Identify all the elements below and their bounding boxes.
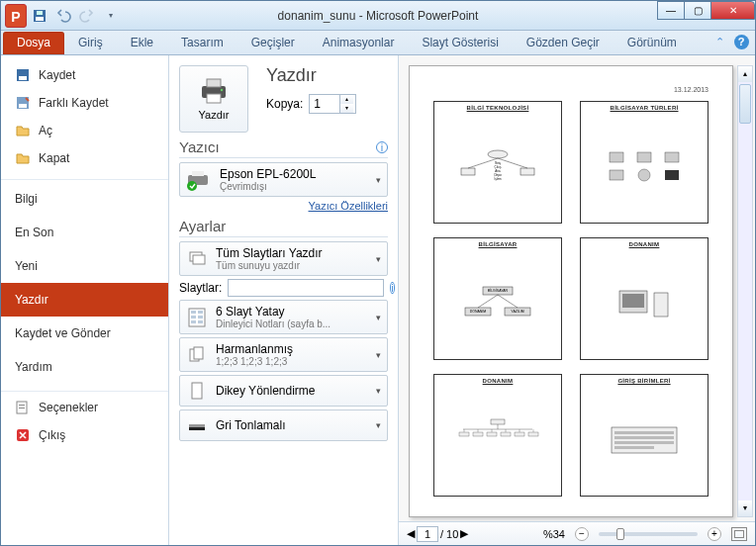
collate-icon bbox=[186, 344, 208, 366]
tab-review[interactable]: Gözden Geçir bbox=[513, 32, 614, 54]
scroll-down-icon[interactable]: ▾ bbox=[738, 500, 752, 516]
prev-page-button[interactable]: ◀ bbox=[407, 527, 415, 540]
nav-save-send[interactable]: Kaydet ve Gönder bbox=[1, 317, 168, 350]
printer-dropdown[interactable]: Epson EPL-6200LÇevrimdışı ▾ bbox=[179, 162, 388, 197]
vertical-scrollbar[interactable]: ▴ ▾ bbox=[737, 65, 753, 517]
nav-exit[interactable]: Çıkış bbox=[1, 421, 168, 449]
tab-design[interactable]: Tasarım bbox=[167, 32, 237, 54]
nav-close[interactable]: Kapat bbox=[1, 144, 168, 172]
svg-rect-26 bbox=[198, 320, 203, 323]
qat-customize-icon[interactable]: ▾ bbox=[100, 5, 122, 27]
nav-save-as[interactable]: Farklı Kaydet bbox=[1, 89, 168, 117]
tab-home[interactable]: Giriş bbox=[64, 32, 117, 54]
scroll-thumb[interactable] bbox=[739, 84, 751, 124]
svg-rect-68 bbox=[528, 432, 538, 436]
nav-print[interactable]: Yazdır bbox=[1, 283, 168, 317]
svg-rect-63 bbox=[459, 432, 469, 436]
backstage-nav: Kaydet Farklı Kaydet Aç Kapat Bilgi En S… bbox=[1, 55, 169, 545]
nav-help[interactable]: Yardım bbox=[1, 350, 168, 384]
zoom-slider[interactable] bbox=[599, 532, 698, 536]
copies-input[interactable] bbox=[310, 97, 339, 111]
chevron-down-icon: ▾ bbox=[376, 175, 381, 185]
page-number-input[interactable] bbox=[417, 526, 438, 542]
orientation-dropdown[interactable]: Dikey Yönlendirme ▾ bbox=[179, 375, 388, 407]
spin-down[interactable]: ▾ bbox=[340, 104, 353, 113]
svg-rect-19 bbox=[193, 255, 205, 264]
tab-insert[interactable]: Ekle bbox=[117, 32, 167, 54]
svg-rect-59 bbox=[654, 293, 668, 317]
print-preview-panel: 13.12.2013 BİLGİ TEKNOLOJİSİ GirişÇıkışA… bbox=[399, 55, 755, 545]
svg-rect-4 bbox=[19, 76, 27, 80]
color-dropdown[interactable]: Gri Tonlamalı ▾ bbox=[179, 410, 388, 441]
svg-rect-66 bbox=[501, 432, 511, 436]
undo-icon[interactable] bbox=[52, 5, 74, 27]
print-range-dropdown[interactable]: Tüm Slaytları YazdırTüm sunuyu yazdır ▾ bbox=[179, 241, 388, 276]
thumb-4: DONANIM bbox=[580, 237, 709, 360]
title-bar: P ▾ donanim_sunu - Microsoft PowerPoint … bbox=[1, 1, 755, 31]
svg-line-55 bbox=[478, 295, 498, 308]
tab-slideshow[interactable]: Slayt Gösterisi bbox=[408, 32, 512, 54]
thumb-1: BİLGİ TEKNOLOJİSİ GirişÇıkışAnaDepoİşlem bbox=[433, 101, 562, 224]
slides-input[interactable] bbox=[228, 279, 384, 297]
preview-page: 13.12.2013 BİLGİ TEKNOLOJİSİ GirişÇıkışA… bbox=[409, 65, 733, 517]
thumb-6: GİRİŞ BİRİMLERİ bbox=[580, 374, 709, 497]
quick-access-toolbar: P ▾ bbox=[1, 5, 122, 27]
minimize-button[interactable]: — bbox=[657, 1, 685, 20]
zoom-slider-thumb[interactable] bbox=[616, 528, 624, 540]
scroll-up-icon[interactable]: ▴ bbox=[738, 66, 752, 82]
window-controls: — ▢ ✕ bbox=[658, 1, 755, 20]
info-icon[interactable]: i bbox=[390, 282, 394, 294]
copies-spinner[interactable]: ▴▾ bbox=[309, 94, 356, 114]
svg-rect-2 bbox=[37, 11, 43, 15]
redo-icon[interactable] bbox=[76, 5, 98, 27]
save-icon[interactable] bbox=[29, 5, 50, 27]
save-as-icon bbox=[15, 95, 31, 111]
next-page-button[interactable]: ▶ bbox=[460, 527, 468, 540]
fit-to-window-button[interactable] bbox=[731, 527, 747, 541]
svg-rect-8 bbox=[19, 405, 25, 406]
close-file-icon bbox=[15, 150, 31, 166]
svg-rect-32 bbox=[189, 424, 205, 427]
tab-transitions[interactable]: Geçişler bbox=[237, 32, 309, 54]
info-icon[interactable]: i bbox=[376, 141, 388, 153]
thumb-2: BİLGİSAYAR TÜRLERİ bbox=[580, 101, 709, 224]
nav-save[interactable]: Kaydet bbox=[1, 61, 168, 89]
svg-rect-12 bbox=[207, 79, 221, 87]
svg-rect-29 bbox=[192, 383, 202, 399]
minimize-ribbon-icon[interactable]: ⌃ bbox=[711, 34, 727, 49]
maximize-button[interactable]: ▢ bbox=[684, 1, 711, 20]
nav-info[interactable]: Bilgi bbox=[1, 182, 168, 216]
settings-section-heading: Ayarlar bbox=[179, 218, 388, 237]
zoom-label: %34 bbox=[543, 528, 565, 540]
nav-new[interactable]: Yeni bbox=[1, 249, 168, 283]
page-total: / 10 bbox=[440, 528, 458, 540]
tab-file[interactable]: Dosya bbox=[3, 32, 64, 54]
svg-line-56 bbox=[498, 295, 518, 308]
help-icon[interactable]: ? bbox=[733, 34, 749, 49]
thumb-5: DONANIM bbox=[433, 374, 562, 497]
spin-up[interactable]: ▴ bbox=[340, 95, 353, 104]
window-title: donanim_sunu - Microsoft PowerPoint bbox=[278, 9, 479, 23]
tab-animations[interactable]: Animasyonlar bbox=[309, 32, 409, 54]
svg-rect-16 bbox=[192, 171, 204, 176]
svg-point-33 bbox=[488, 150, 508, 158]
print-button[interactable]: Yazdır bbox=[179, 65, 248, 133]
svg-rect-77 bbox=[614, 436, 674, 439]
ribbon-tabs: Dosya Giriş Ekle Tasarım Geçişler Animas… bbox=[1, 31, 755, 55]
close-button[interactable]: ✕ bbox=[710, 1, 755, 20]
preview-thumbnails: BİLGİ TEKNOLOJİSİ GirişÇıkışAnaDepoİşlem… bbox=[433, 101, 709, 497]
nav-options[interactable]: Seçenekler bbox=[1, 394, 168, 421]
collate-dropdown[interactable]: Harmanlanmış1;2;3 1;2;3 1;2;3 ▾ bbox=[179, 337, 388, 372]
zoom-out-button[interactable]: − bbox=[575, 527, 589, 541]
printer-icon bbox=[198, 77, 230, 105]
printer-section-heading: Yazıcıi bbox=[179, 138, 388, 158]
zoom-in-button[interactable]: + bbox=[708, 527, 721, 541]
tab-view[interactable]: Görünüm bbox=[614, 32, 691, 54]
nav-recent[interactable]: En Son bbox=[1, 216, 168, 249]
layout-dropdown[interactable]: 6 Slayt YatayDinleyici Notları (sayfa b.… bbox=[179, 300, 388, 334]
nav-open[interactable]: Aç bbox=[1, 117, 168, 144]
printer-properties-link[interactable]: Yazıcı Özellikleri bbox=[179, 200, 388, 212]
svg-rect-9 bbox=[19, 408, 25, 409]
exit-icon bbox=[15, 427, 31, 443]
app-menu-button[interactable]: P bbox=[5, 5, 27, 27]
